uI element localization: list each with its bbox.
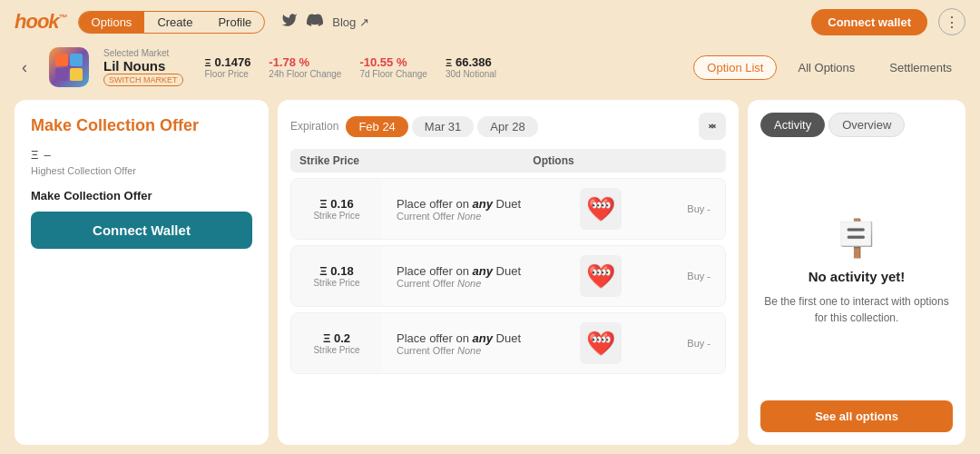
place-offer-text-1: Place offer on any Duet <box>397 197 521 211</box>
svg-text:👀: 👀 <box>600 267 611 278</box>
tab-activity[interactable]: Activity <box>760 113 825 137</box>
options-table-header: Strike Price Options <box>290 149 726 173</box>
social-links: Blog ↗ <box>281 12 369 32</box>
strike-value-1: Ξ 0.16 <box>319 197 353 211</box>
tab-overview[interactable]: Overview <box>828 113 905 137</box>
buy-label-3: Buy - <box>680 338 710 349</box>
stat-24h-change: -1.78 % 24h Floor Change <box>269 55 341 79</box>
no-activity-description: Be the first one to interact with option… <box>760 293 953 326</box>
nav-profile[interactable]: Profile <box>205 12 264 33</box>
strike-label-3: Strike Price <box>313 345 359 355</box>
options-table: Strike Price Options Ξ 0.16 Strike Price… <box>290 149 726 432</box>
no-activity-title: No activity yet! <box>808 269 906 284</box>
highest-offer-label: Highest Collection Offer <box>31 165 252 176</box>
twitter-icon[interactable] <box>281 12 298 32</box>
place-offer-text-3: Place offer on any Duet <box>397 331 521 345</box>
main-content: Make Collection Offer Ξ – Highest Collec… <box>0 91 980 454</box>
svg-text:👀: 👀 <box>600 200 611 211</box>
tab-all-options[interactable]: All Options <box>784 55 868 80</box>
more-button[interactable]: ⋮ <box>938 8 965 35</box>
switch-market-button[interactable]: SWITCH MARKET <box>103 74 183 86</box>
table-row: Ξ 0.2 Strike Price Place offer on any Du… <box>290 312 726 374</box>
expiration-tabs: Feb 24 Mar 31 Apr 28 <box>346 116 537 137</box>
eth-icon-small: Ξ <box>31 148 38 162</box>
option-cell-2[interactable]: Place offer on any Duet Current Offer No… <box>382 246 725 306</box>
tab-option-list[interactable]: Option List <box>693 55 777 80</box>
selected-market-label: Selected Market <box>103 48 183 58</box>
connect-wallet-button[interactable]: Connect wallet <box>811 9 927 35</box>
activity-tabs: Activity Overview <box>760 113 953 137</box>
strike-label-2: Strike Price <box>313 278 359 288</box>
strike-value-2: Ξ 0.18 <box>319 264 353 278</box>
tab-settlements[interactable]: Settlements <box>876 55 965 80</box>
buy-label-1: Buy - <box>680 203 710 214</box>
buy-label-2: Buy - <box>680 271 710 281</box>
stat-floor-price: Ξ0.1476 Floor Price <box>205 55 251 79</box>
panel-title: Make Collection Offer <box>31 116 252 135</box>
stat-7d-change: -10.55 % 7d Floor Change <box>359 55 427 79</box>
exp-tab-feb24[interactable]: Feb 24 <box>346 116 407 137</box>
place-offer-area-1: Place offer on any Duet Current Offer No… <box>397 197 521 222</box>
strike-value-3: Ξ 0.2 <box>323 331 350 345</box>
middle-panel: Expiration Feb 24 Mar 31 Apr 28 Strike P… <box>278 100 739 445</box>
nav-options[interactable]: Options <box>79 12 145 33</box>
nft-duet-1: ❤️ 👀 👀 <box>580 188 622 230</box>
place-offer-area-3: Place offer on any Duet Current Offer No… <box>397 331 521 356</box>
strike-cell-3: Ξ 0.2 Strike Price <box>291 313 382 373</box>
nft-duet-3: ❤️ 👀 👀 <box>580 322 622 364</box>
option-tabs: Option List All Options Settlements <box>693 55 965 80</box>
market-name: Lil Nouns <box>103 58 183 74</box>
blog-link[interactable]: Blog ↗ <box>332 15 369 29</box>
header: hook™ Options Create Profile Blog ↗ Conn… <box>0 0 980 44</box>
table-row: Ξ 0.16 Strike Price Place offer on any D… <box>290 178 726 240</box>
market-info: Selected Market Lil Nouns SWITCH MARKET <box>103 48 183 86</box>
option-cell-3[interactable]: Place offer on any Duet Current Offer No… <box>382 313 725 373</box>
signpost-icon: 🪧 <box>834 217 879 260</box>
current-offer-3: Current Offer None <box>397 345 521 356</box>
header-strike-price: Strike Price <box>299 154 390 167</box>
strike-cell-1: Ξ 0.16 Strike Price <box>291 179 382 239</box>
expiration-row: Expiration Feb 24 Mar 31 Apr 28 <box>290 113 726 140</box>
logo: hook™ <box>15 10 67 34</box>
exp-tab-apr28[interactable]: Apr 28 <box>477 116 537 137</box>
place-offer-area-2: Place offer on any Duet Current Offer No… <box>397 264 521 289</box>
highest-offer-value: – <box>44 148 50 162</box>
nav-create[interactable]: Create <box>144 12 205 33</box>
expiration-label: Expiration <box>290 120 338 133</box>
nft-duet-2: ❤️ 👀 👀 <box>580 255 622 297</box>
market-logo <box>49 47 89 87</box>
make-offer-label: Make Collection Offer <box>31 189 252 202</box>
see-all-options-button[interactable]: See all options <box>760 400 953 432</box>
no-activity-area: 🪧 No activity yet! Be the first one to i… <box>760 152 953 391</box>
header-options: Options <box>390 154 717 167</box>
left-panel: Make Collection Offer Ξ – Highest Collec… <box>15 100 269 445</box>
current-offer-2: Current Offer None <box>397 278 521 289</box>
highest-offer-row: Ξ – <box>31 148 252 162</box>
market-stats: Ξ0.1476 Floor Price -1.78 % 24h Floor Ch… <box>205 55 497 79</box>
connect-wallet-left-button[interactable]: Connect Wallet <box>31 212 252 249</box>
back-button[interactable]: ‹ <box>15 54 34 81</box>
strike-cell-2: Ξ 0.18 Strike Price <box>291 246 382 306</box>
exp-tab-mar31[interactable]: Mar 31 <box>412 116 474 137</box>
discord-icon[interactable] <box>307 12 323 32</box>
stat-30d-notional: Ξ66.386 30d Notional <box>446 55 496 79</box>
svg-text:👀: 👀 <box>600 334 611 345</box>
strike-label-1: Strike Price <box>313 211 359 221</box>
main-nav: Options Create Profile <box>78 11 266 34</box>
expiration-chevron-button[interactable] <box>699 113 726 140</box>
right-panel: Activity Overview 🪧 No activity yet! Be … <box>748 100 965 445</box>
market-bar: ‹ Selected Market Lil Nouns SWITCH MARKE… <box>0 44 980 91</box>
place-offer-text-2: Place offer on any Duet <box>397 264 521 278</box>
option-cell-1[interactable]: Place offer on any Duet Current Offer No… <box>382 179 725 239</box>
table-row: Ξ 0.18 Strike Price Place offer on any D… <box>290 245 726 307</box>
current-offer-1: Current Offer None <box>397 211 521 222</box>
